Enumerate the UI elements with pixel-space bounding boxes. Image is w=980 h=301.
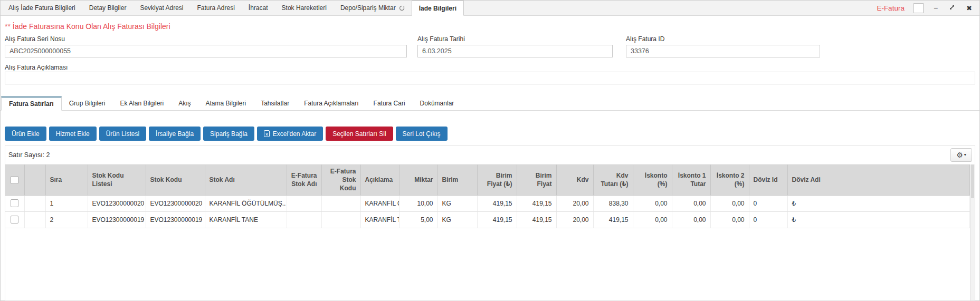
grid-settings-button[interactable]: ⚙ ▾ — [950, 148, 972, 162]
cell-stok-kodu-listesi: EVO12300000020 — [88, 195, 146, 211]
table-wrap: SıraStok Kodu ListesiStok KoduStok AdıE-… — [5, 164, 975, 228]
cell-sira: 1 — [45, 195, 88, 211]
column-header-iskonto-2-yuzde[interactable]: İskonto 2 (%) — [710, 165, 749, 196]
column-header-aciklama[interactable]: Açıklama — [360, 165, 399, 196]
titlebar-controls: E-Fatura − ✖ — [877, 1, 979, 15]
tab-ihracat[interactable]: İhracat — [242, 1, 275, 15]
cell-miktar: 5,00 — [399, 211, 437, 228]
column-header-efatura-stok-adi[interactable]: E-Fatura Stok Adı — [287, 165, 321, 196]
column-header-kdv[interactable]: Kdv — [556, 165, 593, 196]
table-row[interactable]: 2EVO12300000019EVO12300000019KARANFİL TA… — [5, 211, 970, 228]
column-header-stok-kodu-listesi[interactable]: Stok Kodu Listesi — [88, 165, 146, 196]
chevron-down-icon: ▾ — [964, 153, 966, 157]
cell-iskonto-yuzde: 0,00 — [633, 195, 672, 211]
tab-fatura-satirlari[interactable]: Fatura Satırları — [1, 96, 62, 111]
field-fatura-tarihi: Alış Fatura Tarihi — [417, 35, 613, 57]
table-row[interactable]: 1EVO12300000020EVO12300000020KARANFİL ÖĞ… — [5, 195, 970, 211]
row-count-label: Satır Sayısı: 2 — [8, 151, 50, 159]
seri-nosu-input[interactable] — [5, 45, 407, 57]
cell-birim: KG — [437, 195, 477, 211]
tab-sevkiyat-adresi[interactable]: Sevkiyat Adresi — [133, 1, 190, 15]
invoice-form-row: Alış Fatura Seri Nosu Alış Fatura Tarihi… — [1, 35, 979, 57]
urun-listesi-button[interactable]: Ürün Listesi — [99, 127, 146, 141]
hizmet-ekle-button[interactable]: Hizmet Ekle — [49, 127, 97, 141]
tab-alis-iade-fatura-bilgileri[interactable]: Alış İade Fatura Bilgileri — [2, 1, 82, 15]
top-tabs-container: Alış İade Fatura BilgileriDetay Bilgiler… — [2, 1, 464, 15]
column-header-efatura-stok-kodu[interactable]: E-Fatura Stok Kodu — [321, 165, 360, 196]
tab-dokumanlar[interactable]: Dokümanlar — [413, 96, 462, 110]
cell-kdv-tutari-tl: 838,30 — [593, 195, 633, 211]
row-select-checkbox[interactable] — [11, 199, 18, 207]
cell-select[interactable] — [5, 195, 24, 211]
cell-doviz-id: 0 — [749, 211, 787, 228]
secilen-satirlari-sil-button[interactable]: Seçilen Satırları Sil — [326, 127, 393, 141]
column-header-sira[interactable]: Sıra — [45, 165, 88, 196]
fatura-tarihi-input[interactable] — [417, 45, 613, 57]
tab-depo-siparis-miktar[interactable]: Depo/Sipariş Miktar — [334, 1, 412, 15]
tab-label: İade Bilgileri — [419, 5, 456, 12]
tab-iade-bilgileri[interactable]: İade Bilgileri — [412, 1, 464, 16]
cell-iskonto-yuzde: 0,00 — [633, 211, 672, 228]
tab-tahsilatlar[interactable]: Tahsilatlar — [253, 96, 297, 110]
titlebar-checkbox[interactable] — [914, 3, 924, 13]
seri-nosu-label: Alış Fatura Seri Nosu — [5, 35, 407, 43]
vertical-scrollbar[interactable] — [970, 164, 975, 300]
refresh-icon — [399, 5, 405, 11]
siparis-bagla-button[interactable]: Sipariş Bağla — [203, 127, 254, 141]
tab-label: Depo/Sipariş Miktar — [340, 4, 396, 12]
column-header-birim[interactable]: Birim — [437, 165, 477, 196]
tab-fatura-aciklamalari[interactable]: Fatura Açıklamaları — [297, 96, 366, 110]
seri-lot-cikis-button[interactable]: Seri Lot Çıkış — [396, 127, 448, 141]
scrollbar-thumb[interactable] — [971, 164, 974, 198]
cell-stok-kodu: EVO12300000019 — [146, 211, 205, 228]
column-header-doviz-id[interactable]: Döviz Id — [749, 165, 787, 196]
detail-tabbar: Fatura SatırlarıGrup BilgileriEk Alan Bi… — [1, 96, 979, 111]
cell-doviz-adi: ₺ — [787, 211, 970, 228]
tab-atama-bilgileri[interactable]: Atama Bilgileri — [198, 96, 253, 110]
tab-detay-bilgiler[interactable]: Detay Bilgiler — [82, 1, 134, 15]
column-header-birim-fiyat[interactable]: Birim Fiyat — [517, 165, 556, 196]
tab-ek-alan-bilgileri[interactable]: Ek Alan Bilgileri — [112, 96, 171, 110]
column-header-iskonto-yuzde[interactable]: İskonto (%) — [633, 165, 672, 196]
window-title: E-Fatura — [877, 4, 905, 12]
column-header-doviz-adi[interactable]: Döviz Adi — [787, 165, 970, 196]
cell-select[interactable] — [5, 211, 24, 228]
cell-birim-fiyat-tl: 419,15 — [477, 211, 517, 228]
minimize-button[interactable]: − — [933, 4, 939, 12]
tab-label: Detay Bilgiler — [89, 4, 127, 12]
fatura-id-input[interactable] — [626, 45, 820, 57]
tab-grup-bilgileri[interactable]: Grup Bilgileri — [62, 96, 113, 110]
irsaliye-bagla-button[interactable]: İrsaliye Bağla — [149, 127, 201, 141]
excelden-aktar-button[interactable]: xExcel'den Aktar — [257, 127, 323, 141]
select-all-checkbox[interactable] — [11, 176, 18, 184]
tab-akis[interactable]: Akış — [171, 96, 198, 110]
svg-text:x: x — [265, 132, 268, 137]
cell-efatura-stok-kodu — [321, 211, 360, 228]
column-header-spacer — [24, 165, 45, 196]
cell-efatura-stok-adi — [287, 195, 321, 211]
column-header-kdv-tutari-tl[interactable]: Kdv Tutarı (₺) — [593, 165, 633, 196]
cell-iskonto-2-yuzde: 0,00 — [710, 211, 749, 228]
aciklama-label: Alış Fatura Açıklaması — [5, 64, 68, 71]
column-header-iskonto-1-tutar[interactable]: İskonto 1 Tutar — [672, 165, 710, 196]
row-select-checkbox[interactable] — [11, 216, 18, 224]
urun-ekle-button[interactable]: Ürün Ekle — [5, 127, 46, 141]
tab-label: Fatura Adresi — [197, 4, 234, 12]
aciklama-form-row: Alış Fatura Açıklaması — [1, 62, 979, 84]
tab-fatura-adresi[interactable]: Fatura Adresi — [190, 1, 241, 15]
cell-sira: 2 — [45, 211, 88, 228]
column-header-stok-adi[interactable]: Stok Adı — [205, 165, 287, 196]
grid-panel: Satır Sayısı: 2 ⚙ ▾ SıraStok Kodu Listes… — [5, 145, 975, 301]
field-seri-nosu: Alış Fatura Seri Nosu — [5, 35, 407, 57]
tab-stok-hareketleri[interactable]: Stok Hareketleri — [275, 1, 334, 15]
cell-birim-fiyat-tl: 419,15 — [477, 195, 517, 211]
tab-label: İhracat — [249, 4, 268, 12]
column-header-stok-kodu[interactable]: Stok Kodu — [146, 165, 205, 196]
column-header-miktar[interactable]: Miktar — [399, 165, 437, 196]
column-header-birim-fiyat-tl[interactable]: Birim Fiyat (₺) — [477, 165, 517, 196]
aciklama-input[interactable] — [5, 72, 975, 84]
maximize-button[interactable] — [948, 4, 956, 12]
close-button[interactable]: ✖ — [965, 5, 973, 12]
cell-spacer — [24, 211, 45, 228]
tab-fatura-cari[interactable]: Fatura Cari — [366, 96, 413, 110]
